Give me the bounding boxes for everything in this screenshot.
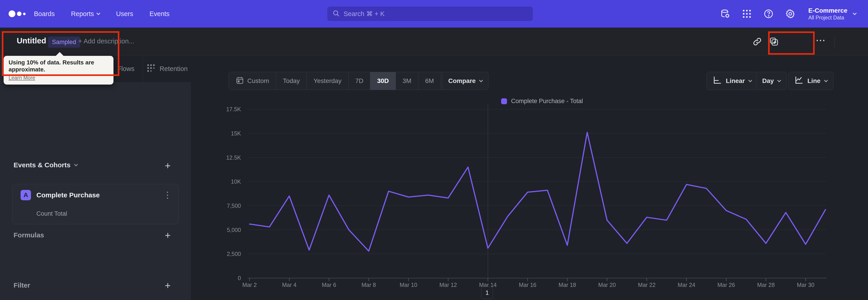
chevron-down-icon [479, 79, 483, 82]
report-title[interactable]: Untitled [17, 36, 46, 45]
sampled-badge[interactable]: Sampled [48, 37, 80, 48]
page-number: 1 [485, 289, 489, 296]
compare-dropdown[interactable]: Compare [442, 72, 489, 90]
nav-item-events[interactable]: Events [149, 10, 169, 18]
range-yesterday[interactable]: Yesterday [307, 72, 348, 90]
chart-legend[interactable]: Complete Purchase - Total [501, 98, 583, 105]
add-filter-button[interactable]: + [161, 279, 174, 292]
chevron-down-icon [748, 79, 752, 82]
chart-panel: CustomTodayYesterday7D30D3M6M12M Compare… [191, 55, 868, 300]
x-tick-label: Mar 18 [552, 282, 583, 288]
nav-item-boards[interactable]: Boards [34, 10, 55, 18]
scale-dropdown[interactable]: Linear [707, 72, 758, 90]
x-tick-label: Mar 2 [234, 282, 266, 288]
help-icon[interactable] [763, 8, 774, 19]
y-tick-label: 12.5K [196, 154, 241, 161]
tab-retention[interactable]: Retention [143, 55, 191, 83]
range-custom[interactable]: Custom [229, 72, 276, 90]
legend-swatch [501, 98, 507, 104]
calendar-icon [236, 76, 244, 86]
chart-type-dropdown[interactable]: Line [788, 72, 833, 90]
chevron-down-icon [824, 79, 828, 82]
mixpanel-logo-icon[interactable] [8, 0, 26, 28]
data-management-icon[interactable] [719, 8, 731, 19]
kebab-menu-icon[interactable]: ⋮ [163, 190, 172, 200]
chevron-down-icon [777, 79, 781, 82]
retention-icon [146, 63, 156, 74]
y-tick-label: 2,500 [196, 251, 241, 257]
section-label-filter: Filter [13, 281, 30, 289]
event-name: Complete Purchase [36, 191, 100, 199]
x-tick-label: Mar 10 [393, 282, 424, 288]
search-placeholder: Search ⌘ + K [344, 10, 384, 18]
nav-item-reports[interactable]: Reports [71, 10, 100, 18]
y-tick-label: 17.5K [196, 106, 241, 113]
y-tick-label: 10K [196, 178, 241, 185]
x-tick-label: Mar 26 [710, 282, 742, 288]
events-cohorts-label: Events & Cohorts [13, 161, 70, 169]
apps-grid-icon[interactable] [741, 9, 753, 19]
sampling-tooltip: Using 10% of data. Results are approxima… [4, 56, 114, 85]
share-link-icon[interactable] [751, 35, 764, 48]
search-input[interactable]: Search ⌘ + K [327, 6, 533, 21]
x-tick-label: Mar 22 [631, 282, 662, 288]
report-header: Untitled Sampled + Add description... ⋯ … [0, 28, 868, 55]
event-card[interactable]: A Complete Purchase ⋮ Count Total [12, 184, 179, 224]
nav-items: BoardsReportsUsersEvents [34, 0, 169, 28]
range-7d[interactable]: 7D [348, 72, 370, 90]
event-series-badge: A [21, 190, 31, 200]
interval-label: Day [762, 77, 774, 85]
project-scope: All Project Data [808, 14, 847, 21]
search-icon [332, 9, 340, 18]
x-tick-label: Mar 6 [313, 282, 345, 288]
more-options-button[interactable]: ⋯ [815, 34, 826, 46]
line-chart-icon [794, 76, 803, 86]
linear-axis-icon [713, 76, 722, 86]
chevron-down-icon [852, 11, 857, 15]
settings-gear-icon[interactable] [784, 8, 796, 19]
legend-label: Complete Purchase - Total [511, 98, 583, 105]
pagination-page-1[interactable]: 1 [481, 287, 493, 299]
top-nav: BoardsReportsUsersEvents Search ⌘ + K [0, 0, 868, 28]
range-today[interactable]: Today [276, 72, 307, 90]
scale-label: Linear [726, 77, 745, 85]
date-range-control: CustomTodayYesterday7D30D3M6M12M [228, 72, 467, 90]
interval-dropdown[interactable]: Day [756, 72, 786, 90]
project-name: E-Commerce [808, 6, 847, 14]
add-to-board-icon[interactable] [768, 35, 780, 48]
project-selector[interactable]: E-Commerce All Project Data [808, 0, 856, 28]
y-tick-label: 7,500 [196, 203, 241, 209]
events-cohorts-header[interactable]: Events & Cohorts [13, 161, 77, 169]
section-label-formulas: Formulas [13, 231, 44, 239]
y-tick-label: 0 [196, 275, 241, 281]
compare-label: Compare [448, 77, 475, 85]
x-tick-label: Mar 4 [274, 282, 305, 288]
nav-item-users[interactable]: Users [116, 10, 133, 18]
line-chart-plot[interactable] [248, 104, 827, 285]
chevron-down-icon [96, 11, 100, 15]
range-30d[interactable]: 30D [370, 72, 396, 90]
y-tick-label: 5,000 [196, 227, 241, 233]
add-event-button[interactable]: + [161, 159, 174, 172]
event-metric[interactable]: Count Total [36, 210, 67, 217]
content: InsightsFunnelsFlowsRetention Events & C… [0, 55, 868, 300]
range-6m[interactable]: 6M [418, 72, 441, 90]
tooltip-learn-more-link[interactable]: Learn More [8, 75, 35, 81]
nav-utility-icons [719, 0, 796, 28]
range-3m[interactable]: 3M [396, 72, 418, 90]
x-tick-label: Mar 16 [512, 282, 544, 288]
x-tick-label: Mar 20 [591, 282, 623, 288]
chevron-down-icon [74, 162, 78, 167]
x-tick-label: Mar 30 [790, 282, 822, 288]
chart-type-label: Line [807, 77, 820, 85]
x-tick-label: Mar 28 [750, 282, 782, 288]
x-tick-label: Mar 24 [671, 282, 702, 288]
query-builder-sidebar: InsightsFunnelsFlowsRetention Events & C… [0, 55, 191, 300]
y-tick-label: 15K [196, 130, 241, 137]
x-tick-label: Mar 8 [353, 282, 384, 288]
add-formulas-button[interactable]: + [161, 229, 174, 242]
tooltip-text: Using 10% of data. Results are approxima… [8, 59, 108, 73]
add-description-field[interactable]: + Add description... [78, 37, 134, 45]
x-tick-label: Mar 12 [432, 282, 464, 288]
